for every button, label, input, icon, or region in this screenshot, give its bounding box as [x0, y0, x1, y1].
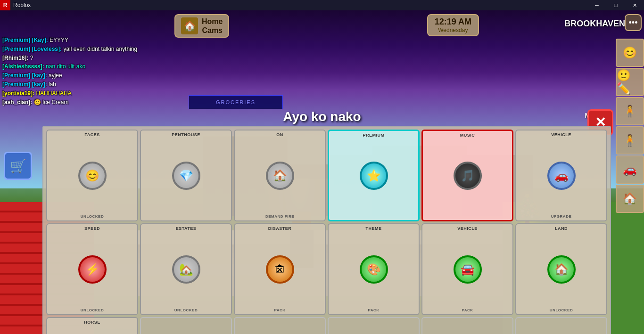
sidebar-face-happy-button[interactable]: 😊 — [616, 39, 644, 67]
sidebar-person-2-button[interactable]: 🧍 — [616, 126, 644, 155]
grid-cell-vehicle-upgrade[interactable]: VEHICLE 🚗 UPGRADE — [515, 130, 607, 221]
land-icon: 🏠 — [547, 255, 576, 284]
titlebar: R Roblox ─ □ ✕ — [0, 0, 644, 10]
grid-cell-empty-3 — [328, 317, 420, 334]
grid-cell-vehicle-pack[interactable]: VEHICLE 🚘 PACK — [421, 223, 513, 315]
chat-message-2: [Premium] [Loveless]: yall even didnt ta… — [2, 45, 172, 53]
game-viewport: 🎄 GROCERIES 🏠 HomeCams 12:19 AM Wednesda… — [0, 10, 644, 334]
vehicle-pack-label-bottom: PACK — [462, 308, 473, 312]
chat-message-3: [Rhim16]: ? — [2, 54, 172, 62]
roblox-icon: R — [0, 0, 10, 10]
grid-cell-on-demand-fire[interactable]: ON 🏠 DEMAND FIRE — [234, 130, 326, 221]
grid-cell-faces[interactable]: FACES 😊 UNLOCKED — [46, 130, 138, 221]
vehicle-pack-label-top: VEHICLE — [457, 226, 478, 231]
home-cams-icon: 🏠 — [181, 17, 198, 34]
grid-cell-empty-5 — [515, 317, 607, 334]
faces-label-top: FACES — [84, 132, 100, 137]
music-label: MUSIC — [460, 133, 475, 138]
land-label-top: LAND — [555, 226, 568, 231]
land-label-bottom: UNLOCKED — [550, 308, 573, 312]
vehicle-upgrade-label-bottom: UPGRADE — [551, 214, 572, 219]
chat-message-4: [Aishieshssss]: nan dito ulit ako — [2, 63, 172, 71]
grid-cell-horse-unlocked[interactable]: HORSE 🐎 UNLOCKED — [46, 317, 138, 334]
grid-cell-empty-2 — [234, 317, 326, 334]
speed-label-bottom: UNLOCKED — [81, 308, 104, 312]
chat-message-6: [Premium] [kay]: lah — [2, 81, 172, 89]
minimize-button[interactable]: ─ — [587, 0, 606, 10]
grid-cell-music[interactable]: MUSIC 🎵 — [421, 130, 513, 221]
grid-cell-premium[interactable]: PREMIUM ⭐ — [328, 130, 420, 221]
vehicle-upgrade-label-top: VEHICLE — [551, 132, 571, 137]
home-cams-button[interactable]: 🏠 HomeCams — [174, 14, 229, 38]
grid-cell-theme-pack[interactable]: THEME 🎨 PACK — [328, 223, 420, 315]
penthouse-label: PENTHOUSE — [172, 132, 200, 137]
close-window-button[interactable]: ✕ — [625, 0, 644, 10]
clock-day: Wednesday — [435, 27, 471, 33]
faces-label-bottom: UNLOCKED — [81, 214, 104, 219]
home-cams-label: HomeCams — [202, 17, 223, 35]
chat-message-5: [Premium] [kay]: ayjee — [2, 72, 172, 80]
horse-label-top: HORSE — [84, 320, 100, 325]
grid-cell-estates[interactable]: ESTATES 🏡 UNLOCKED — [140, 223, 232, 315]
vehicle-upgrade-icon: 🚗 — [547, 162, 576, 190]
cart-button[interactable]: 🛒 — [4, 152, 32, 180]
faces-icon: 😊 — [78, 162, 107, 190]
theme-label-top: THEME — [366, 226, 382, 231]
on-demand-label-top: ON — [276, 132, 283, 137]
disaster-icon: 🏚 — [266, 255, 294, 284]
grid-cell-empty-1 — [140, 317, 232, 334]
sidebar-house-button[interactable]: 🏠 — [616, 185, 644, 213]
sidebar-person-1-button[interactable]: 🧍 — [616, 97, 644, 125]
chat-message-1: [Premium] [Kay]: EYYYY — [2, 36, 172, 44]
speed-icon: ⚡ — [78, 255, 107, 284]
sidebar-car-button[interactable]: 🚗 — [616, 155, 644, 184]
disaster-label-top: DISASTER — [268, 226, 292, 231]
right-sidebar: 😊 🙂✏️ 🧍 🧍 🚗 🏠 — [613, 39, 644, 213]
theme-icon: 🎨 — [360, 255, 388, 284]
grid-cell-land-unlocked[interactable]: LAND 🏠 UNLOCKED — [515, 223, 607, 315]
estates-label-bottom: UNLOCKED — [174, 308, 198, 312]
chat-message-8: [ash_cian]: 🙂 Ice Cream — [2, 98, 172, 106]
disaster-label-bottom: PACK — [274, 308, 285, 312]
clock-time: 12:19 AM — [435, 17, 471, 27]
premium-icon: ⭐ — [360, 162, 388, 190]
grid-cell-disaster-pack[interactable]: DISASTER 🏚 PACK — [234, 223, 326, 315]
neon-sign: GROCERIES — [189, 95, 283, 109]
estates-label-top: ESTATES — [176, 226, 197, 231]
on-demand-icon: 🏠 — [266, 162, 294, 190]
grid-cell-penthouse[interactable]: PENTHOUSE 💎 — [140, 130, 232, 221]
speed-label-top: SPEED — [84, 226, 100, 231]
item-grid: FACES 😊 UNLOCKED PENTHOUSE 💎 ON 🏠 DEMAND… — [42, 126, 611, 334]
menu-button[interactable]: ••• — [625, 14, 642, 31]
music-icon: 🎵 — [454, 162, 482, 190]
clock-display: 12:19 AM Wednesday — [427, 14, 479, 36]
server-name: BROOKHAVEN — [564, 19, 625, 29]
maximize-button[interactable]: □ — [606, 0, 625, 10]
penthouse-icon: 💎 — [172, 162, 200, 190]
vehicle-pack-icon: 🚘 — [454, 255, 482, 284]
titlebar-controls: ─ □ ✕ — [587, 0, 644, 10]
premium-label: PREMIUM — [363, 133, 385, 138]
estates-icon: 🏡 — [172, 255, 200, 284]
chat-message-7: [yortisia19]: HAHHAHAHA — [2, 90, 172, 98]
chat-area: [Premium] [Kay]: EYYYY [Premium] [Lovele… — [2, 36, 172, 107]
grid-cell-empty-4 — [421, 317, 513, 334]
theme-label-bottom: PACK — [368, 308, 379, 312]
on-demand-label-bottom: DEMAND FIRE — [265, 214, 294, 219]
grid-cell-speed-unlocked[interactable]: SPEED ⚡ UNLOCKED — [46, 223, 138, 315]
sidebar-face-pencil-button[interactable]: 🙂✏️ — [616, 68, 644, 96]
titlebar-title: Roblox — [13, 2, 587, 8]
